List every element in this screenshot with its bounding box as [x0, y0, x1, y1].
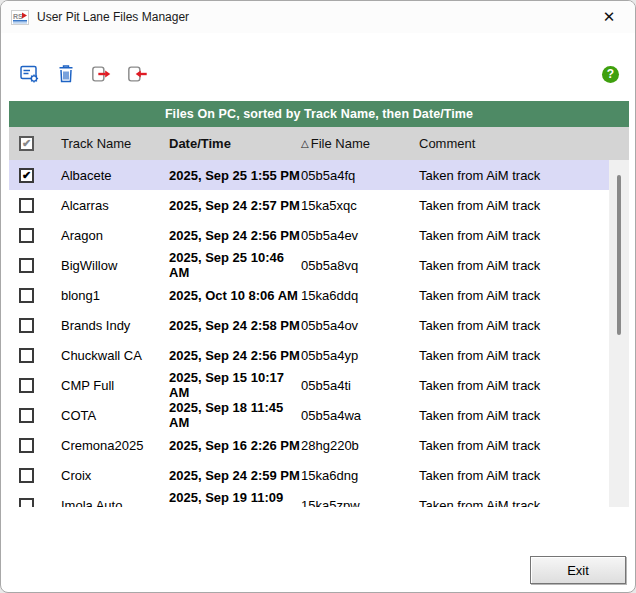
window-title: User Pit Lane Files Manager — [37, 10, 189, 24]
file-name-cell: 05b5a4ev — [301, 228, 419, 243]
table-caption: Files On PC, sorted by Track Name, then … — [9, 101, 629, 127]
datetime-cell: 2025, Sep 24 2:56 PM — [169, 348, 301, 363]
table-rows: ✔ Albacete 2025, Sep 25 1:55 PM 05b5a4fq… — [9, 160, 609, 507]
delete-file-button[interactable] — [55, 63, 77, 85]
toolbar: ? — [19, 63, 619, 85]
table-row[interactable]: CMP Full 2025, Sep 15 10:17 AM 05b5a4ti … — [9, 370, 609, 400]
track-name-cell: Albacete — [61, 168, 169, 183]
comment-cell: Taken from AiM track — [419, 468, 609, 483]
row-checkbox[interactable] — [19, 258, 34, 273]
export-arrow-icon — [91, 64, 113, 84]
table-row[interactable]: Cremona2025 2025, Sep 16 2:26 PM 28hg220… — [9, 430, 609, 460]
file-name-cell: 05b5a4ti — [301, 378, 419, 393]
row-checkbox[interactable] — [19, 498, 34, 508]
list-settings-icon — [19, 63, 41, 85]
file-name-cell: 15ka5zpw — [301, 498, 419, 508]
datetime-cell: 2025, Sep 25 10:46 AM — [169, 250, 301, 280]
datetime-cell: 2025, Sep 18 11:45 AM — [169, 400, 301, 430]
file-name-cell: 05b5a4yp — [301, 348, 419, 363]
file-name-cell: 15ka5xqc — [301, 198, 419, 213]
row-checkbox[interactable] — [19, 438, 34, 453]
row-checkbox[interactable] — [19, 408, 34, 423]
comment-cell: Taken from AiM track — [419, 228, 609, 243]
scrollbar-thumb[interactable] — [617, 175, 621, 335]
track-name-cell: BigWillow — [61, 258, 169, 273]
title-bar: RS User Pit Lane Files Manager ✕ — [1, 1, 635, 33]
track-name-cell: COTA — [61, 408, 169, 423]
table-row[interactable]: COTA 2025, Sep 18 11:45 AM 05b5a4wa Take… — [9, 400, 609, 430]
file-name-cell: 15ka6ddq — [301, 288, 419, 303]
file-name-cell: 05b5a4fq — [301, 168, 419, 183]
trash-icon — [56, 63, 76, 85]
comment-cell: Taken from AiM track — [419, 258, 609, 273]
datetime-cell: 2025, Sep 15 10:17 AM — [169, 370, 301, 400]
manage-list-settings-button[interactable] — [19, 63, 41, 85]
file-name-cell: 05b5a8vq — [301, 258, 419, 273]
track-name-cell: Imola Auto — [61, 498, 169, 508]
table-row[interactable]: blong1 2025, Oct 10 8:06 AM 15ka6ddq Tak… — [9, 280, 609, 310]
track-name-cell: CMP Full — [61, 378, 169, 393]
comment-cell: Taken from AiM track — [419, 498, 609, 508]
comment-cell: Taken from AiM track — [419, 408, 609, 423]
table-row[interactable]: Brands Indy 2025, Sep 24 2:58 PM 05b5a4o… — [9, 310, 609, 340]
table-row[interactable]: Croix 2025, Sep 24 2:59 PM 15ka6dng Take… — [9, 460, 609, 490]
comment-cell: Taken from AiM track — [419, 378, 609, 393]
table-row[interactable]: Alcarras 2025, Sep 24 2:57 PM 15ka5xqc T… — [9, 190, 609, 220]
close-icon[interactable]: ✕ — [593, 1, 625, 33]
column-header-datetime[interactable]: Date/Time — [169, 136, 301, 151]
row-checkbox[interactable] — [19, 318, 34, 333]
table-row[interactable]: Imola Auto 2025, Sep 19 11:09 AM 15ka5zp… — [9, 490, 609, 507]
vertical-scrollbar[interactable] — [609, 160, 629, 507]
track-name-cell: Brands Indy — [61, 318, 169, 333]
datetime-cell: 2025, Sep 24 2:56 PM — [169, 228, 301, 243]
table-row[interactable]: BigWillow 2025, Sep 25 10:46 AM 05b5a8vq… — [9, 250, 609, 280]
row-checkbox[interactable] — [19, 228, 34, 243]
column-header-comment[interactable]: Comment — [419, 136, 629, 151]
datetime-cell: 2025, Sep 25 1:55 PM — [169, 168, 301, 183]
table-row[interactable]: Chuckwall CA 2025, Sep 24 2:56 PM 05b5a4… — [9, 340, 609, 370]
table-row[interactable]: Aragon 2025, Sep 24 2:56 PM 05b5a4ev Tak… — [9, 220, 609, 250]
import-file-button[interactable] — [127, 63, 149, 85]
track-name-cell: Cremona2025 — [61, 438, 169, 453]
dialog-window: RS User Pit Lane Files Manager ✕ — [0, 0, 636, 593]
file-name-cell: 05b5a4ov — [301, 318, 419, 333]
datetime-cell: 2025, Sep 19 11:09 AM — [169, 490, 301, 507]
table-rows-viewport: ✔ Albacete 2025, Sep 25 1:55 PM 05b5a4fq… — [9, 160, 629, 507]
comment-cell: Taken from AiM track — [419, 438, 609, 453]
track-name-cell: Croix — [61, 468, 169, 483]
exit-button[interactable]: Exit — [530, 556, 626, 584]
row-checkbox[interactable] — [19, 348, 34, 363]
row-checkbox[interactable] — [19, 378, 34, 393]
datetime-cell: 2025, Sep 24 2:57 PM — [169, 198, 301, 213]
comment-cell: Taken from AiM track — [419, 168, 609, 183]
datetime-cell: 2025, Sep 16 2:26 PM — [169, 438, 301, 453]
table-header-row: ✔ Track Name Date/Time △ File Name Comme… — [9, 127, 629, 160]
row-checkbox[interactable]: ✔ — [19, 168, 34, 183]
column-header-track-name[interactable]: Track Name — [61, 136, 169, 151]
comment-cell: Taken from AiM track — [419, 288, 609, 303]
sort-ascending-icon: △ — [301, 138, 309, 149]
track-name-cell: blong1 — [61, 288, 169, 303]
comment-cell: Taken from AiM track — [419, 198, 609, 213]
comment-cell: Taken from AiM track — [419, 318, 609, 333]
comment-cell: Taken from AiM track — [419, 348, 609, 363]
files-table: Files On PC, sorted by Track Name, then … — [9, 101, 629, 507]
datetime-cell: 2025, Sep 24 2:59 PM — [169, 468, 301, 483]
file-name-cell: 05b5a4wa — [301, 408, 419, 423]
track-name-cell: Aragon — [61, 228, 169, 243]
app-logo-icon: RS — [11, 10, 29, 25]
row-checkbox[interactable] — [19, 288, 34, 303]
table-row[interactable]: ✔ Albacete 2025, Sep 25 1:55 PM 05b5a4fq… — [9, 160, 609, 190]
row-checkbox[interactable] — [19, 198, 34, 213]
datetime-cell: 2025, Sep 24 2:58 PM — [169, 318, 301, 333]
file-name-cell: 15ka6dng — [301, 468, 419, 483]
file-name-cell: 28hg220b — [301, 438, 419, 453]
export-file-button[interactable] — [91, 63, 113, 85]
column-header-file-name[interactable]: △ File Name — [301, 136, 419, 151]
help-icon[interactable]: ? — [602, 66, 619, 83]
row-checkbox[interactable] — [19, 468, 34, 483]
track-name-cell: Alcarras — [61, 198, 169, 213]
datetime-cell: 2025, Oct 10 8:06 AM — [169, 288, 301, 303]
import-arrow-icon — [127, 64, 149, 84]
select-all-checkbox[interactable]: ✔ — [19, 136, 34, 151]
